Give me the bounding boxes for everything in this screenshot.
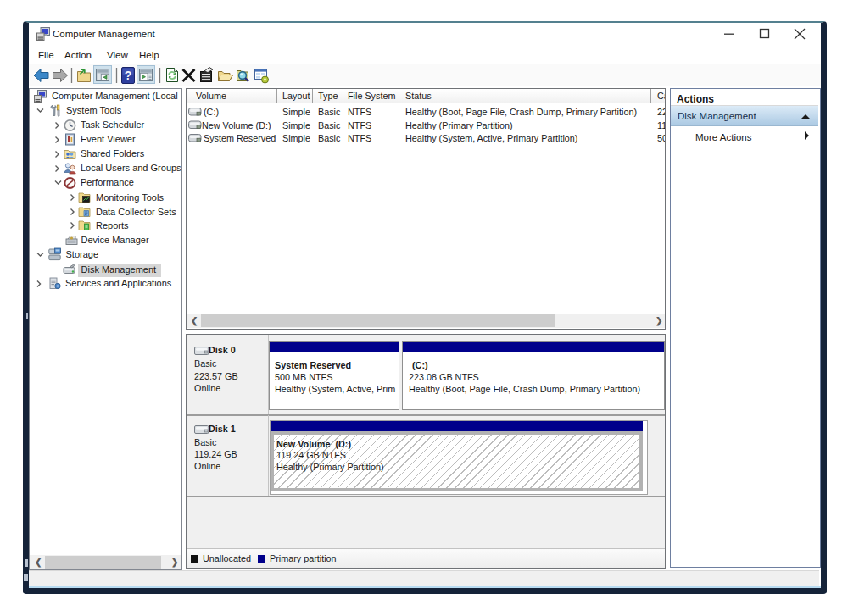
- svg-text:?: ?: [125, 69, 132, 82]
